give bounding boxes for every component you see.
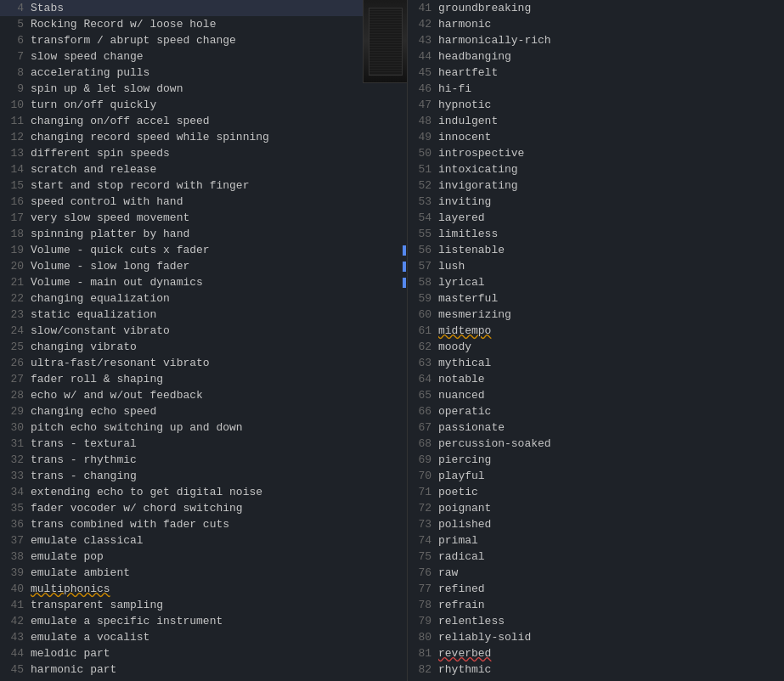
right-list-item[interactable]: 55limitless [408, 226, 784, 242]
right-list-item[interactable]: 72poignant [408, 500, 784, 516]
right-item-text: harmonically-rich [438, 34, 551, 47]
right-list-item[interactable]: 76raw [408, 565, 784, 581]
list-item[interactable]: 13different spin speeds [0, 145, 407, 161]
right-list-item[interactable]: 83riotous [408, 678, 784, 681]
right-panel[interactable]: 41groundbreaking42harmonic43harmonically… [408, 0, 784, 681]
list-item[interactable]: 10turn on/off quickly [0, 97, 407, 113]
right-list-item[interactable]: 57lush [408, 258, 784, 274]
right-item-number: 46 [411, 82, 438, 95]
list-item[interactable]: 22changing equalization [0, 290, 407, 307]
item-text: melodic part [31, 647, 110, 660]
right-list-item[interactable]: 78refrain [408, 597, 784, 613]
list-item[interactable]: 26ultra-fast/resonant vibrato [0, 355, 407, 371]
right-list-item[interactable]: 68percussion-soaked [408, 436, 784, 452]
list-item[interactable]: 24slow/constant vibrato [0, 323, 407, 339]
list-item[interactable]: 27fader roll & shaping [0, 371, 407, 387]
right-list-item[interactable]: 67passionate [408, 419, 784, 436]
list-item[interactable]: 9spin up & let slow down [0, 81, 407, 97]
right-list-item[interactable]: 51intoxicating [408, 161, 784, 177]
list-item[interactable]: 12changing record speed while spinning [0, 129, 407, 145]
right-list-item[interactable]: 53inviting [408, 194, 784, 210]
right-list-item[interactable]: 66operatic [408, 403, 784, 419]
list-item[interactable]: 42emulate a specific instrument [0, 613, 407, 629]
right-list-item[interactable]: 82rhythmic [408, 661, 784, 678]
list-item[interactable]: 18spinning platter by hand [0, 226, 407, 242]
right-list-item[interactable]: 80reliably-solid [408, 629, 784, 645]
right-list-item[interactable]: 54layered [408, 210, 784, 226]
item-text: Stabs [31, 2, 64, 14]
list-item[interactable]: 15start and stop record with finger [0, 177, 407, 194]
list-item[interactable]: 19Volume - quick cuts x fader [0, 242, 407, 258]
list-item[interactable]: 35fader vocoder w/ chord switching [0, 500, 407, 516]
left-panel[interactable]: 4Stabs5Rocking Record w/ loose hole6tran… [0, 0, 408, 681]
right-list-item[interactable]: 43harmonically-rich [408, 32, 784, 48]
list-item[interactable]: 37emulate classical [0, 532, 407, 549]
item-text: Volume - quick cuts x fader [31, 244, 210, 256]
right-list-item[interactable]: 69piercing [408, 452, 784, 468]
right-list-item[interactable]: 75radical [408, 549, 784, 565]
scroll-indicator [403, 245, 406, 256]
list-item[interactable]: 4Stabs [0, 0, 407, 16]
item-number: 28 [3, 389, 31, 402]
right-list-item[interactable]: 59masterful [408, 290, 784, 307]
right-list-item[interactable]: 74primal [408, 532, 784, 549]
list-item[interactable]: 41transparent sampling [0, 597, 407, 613]
right-list-item[interactable]: 42harmonic [408, 16, 784, 32]
list-item[interactable]: 17very slow speed movement [0, 210, 407, 226]
list-item[interactable]: 43emulate a vocalist [0, 629, 407, 645]
list-item[interactable]: 44melodic part [0, 645, 407, 661]
right-list-item[interactable]: 56listenable [408, 242, 784, 258]
right-list-item[interactable]: 41groundbreaking [408, 0, 784, 16]
right-list-item[interactable]: 52invigorating [408, 177, 784, 194]
right-list-item[interactable]: 73polished [408, 516, 784, 532]
list-item[interactable]: 21Volume - main out dynamics [0, 274, 407, 290]
right-list-item[interactable]: 58lyrical [408, 274, 784, 290]
list-item[interactable]: 14scratch and release [0, 161, 407, 177]
right-list-item[interactable]: 46hi-fi [408, 81, 784, 97]
list-item[interactable]: 5Rocking Record w/ loose hole [0, 16, 407, 32]
right-list-item[interactable]: 71poetic [408, 484, 784, 500]
list-item[interactable]: 38emulate pop [0, 549, 407, 565]
list-item[interactable]: 36trans combined with fader cuts [0, 516, 407, 532]
list-item[interactable]: 7slow speed change [0, 48, 407, 65]
right-list-item[interactable]: 70playful [408, 468, 784, 484]
list-item[interactable]: 33trans - changing [0, 468, 407, 484]
list-item[interactable]: 23static equalization [0, 307, 407, 323]
right-list-item[interactable]: 44headbanging [408, 48, 784, 65]
main-container: 4Stabs5Rocking Record w/ loose hole6tran… [0, 0, 784, 681]
list-item[interactable]: 31trans - textural [0, 436, 407, 452]
item-text: Volume - slow long fader [31, 260, 189, 273]
list-item[interactable]: 11changing on/off accel speed [0, 113, 407, 129]
right-list-item[interactable]: 62moody [408, 339, 784, 355]
right-list-item[interactable]: 63mythical [408, 355, 784, 371]
list-item[interactable]: 25changing vibrato [0, 339, 407, 355]
list-item[interactable]: 6transform / abrupt speed change [0, 32, 407, 48]
right-list-item[interactable]: 81reverbed [408, 645, 784, 661]
right-list-item[interactable]: 64notable [408, 371, 784, 387]
list-item[interactable]: 29changing echo speed [0, 403, 407, 419]
list-item[interactable]: 46background part [0, 678, 407, 681]
list-item[interactable]: 45harmonic part [0, 661, 407, 678]
right-list-item[interactable]: 61midtempo [408, 323, 784, 339]
list-item[interactable]: 8accelerating pulls [0, 65, 407, 81]
list-item[interactable]: 30pitch echo switching up and down [0, 419, 407, 436]
item-number: 4 [3, 2, 31, 14]
right-list-item[interactable]: 60mesmerizing [408, 307, 784, 323]
right-list-item[interactable]: 49innocent [408, 129, 784, 145]
right-list-item[interactable]: 47hypnotic [408, 97, 784, 113]
list-item[interactable]: 32trans - rhythmic [0, 452, 407, 468]
right-list-item[interactable]: 65nuanced [408, 387, 784, 403]
list-item[interactable]: 20Volume - slow long fader [0, 258, 407, 274]
item-text: pitch echo switching up and down [31, 421, 243, 434]
list-item[interactable]: 40multiphonics [0, 581, 407, 597]
right-list-item[interactable]: 79relentless [408, 613, 784, 629]
list-item[interactable]: 28echo w/ and w/out feedback [0, 387, 407, 403]
right-list-item[interactable]: 77refined [408, 581, 784, 597]
right-list-item[interactable]: 45heartfelt [408, 65, 784, 81]
right-list-item[interactable]: 50introspective [408, 145, 784, 161]
right-list-item[interactable]: 48indulgent [408, 113, 784, 129]
right-item-number: 79 [411, 615, 438, 628]
list-item[interactable]: 39emulate ambient [0, 565, 407, 581]
list-item[interactable]: 34extending echo to get digital noise [0, 484, 407, 500]
list-item[interactable]: 16speed control with hand [0, 194, 407, 210]
